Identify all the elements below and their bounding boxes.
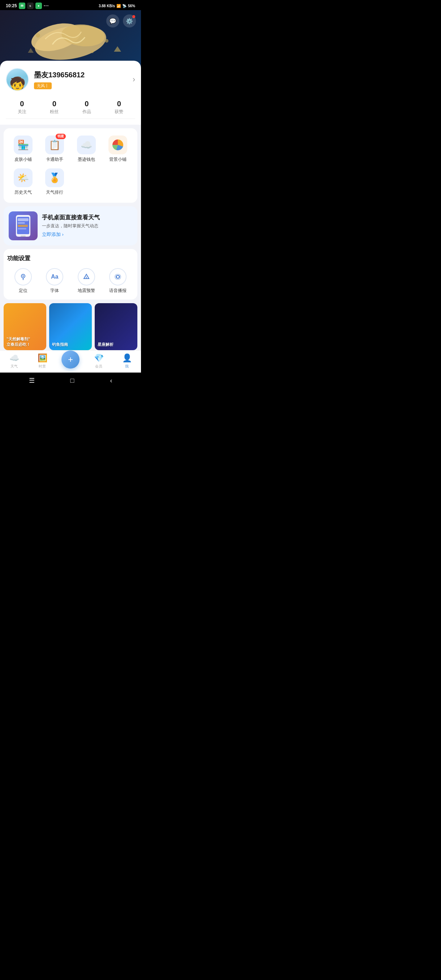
func-earthquake[interactable]: 地震预警 <box>70 268 102 294</box>
wifi-icon: 📡 <box>122 4 126 8</box>
cartoon-assistant-icon-wrap: 📋 明星 <box>45 135 64 154</box>
fans-count: 0 <box>50 100 59 108</box>
bg-shop-icon-wrap <box>108 135 127 154</box>
profile-arrow[interactable]: › <box>133 75 135 84</box>
settings-button[interactable]: ⚙️ <box>123 14 136 27</box>
menu-skin-shop[interactable]: 🏪 皮肤小铺 <box>7 135 39 162</box>
me-nav-label: 我 <box>125 364 129 369</box>
scenes-nav-label: 时景 <box>39 364 46 369</box>
cartoon-assistant-icon: 📋 <box>49 140 60 151</box>
message-button[interactable]: 💬 <box>106 14 119 27</box>
svg-marker-6 <box>114 46 121 52</box>
location-label: 定位 <box>19 288 27 294</box>
nav-me[interactable]: 👤 我 <box>116 353 138 369</box>
nav-center[interactable]: + <box>60 354 81 369</box>
me-nav-icon: 👤 <box>122 353 132 363</box>
content-card-1[interactable]: "天然解毒剂"立春后必吃！ <box>4 303 46 350</box>
more-apps-icon: ··· <box>44 3 49 9</box>
content-card-2-bg: 钓鱼指南 <box>49 303 92 350</box>
svg-rect-13 <box>18 225 28 227</box>
status-bar: 10:25 ✉ S ● ··· 3.88 KB/s 📶 📡 56% <box>0 0 141 10</box>
func-location[interactable]: 定位 <box>7 268 39 294</box>
settings-btn-icon: ⚙️ <box>126 18 133 25</box>
nav-center-button[interactable]: + <box>62 350 80 369</box>
menu-weather-rank[interactable]: 🏅 天气排行 <box>39 169 71 196</box>
stat-likes[interactable]: 0 获赞 <box>115 100 123 115</box>
message-icon: ✉ <box>19 3 25 9</box>
promo-link[interactable]: 立即添加 › <box>42 231 132 238</box>
func-font[interactable]: Aa 字体 <box>39 268 71 294</box>
sys-back-btn[interactable]: ‹ <box>110 377 112 385</box>
battery: 56% <box>128 4 135 8</box>
promo-title: 手机桌面直接查看天气 <box>42 214 132 221</box>
nav-vip[interactable]: 💎 会员 <box>88 353 110 369</box>
promo-link-text: 立即添加 › <box>42 231 64 238</box>
sys-menu-btn[interactable]: ☰ <box>29 377 35 385</box>
content-cards-row: "天然解毒剂"立春后必吃！ 钓鱼指南 星座解析 <box>4 303 137 350</box>
menu-cartoon-assistant[interactable]: 📋 明星 卡通助手 <box>39 135 71 162</box>
weather-rank-icon: 🏅 <box>49 172 60 184</box>
profile-header: 🧒 墨友139656812 无风丨 › <box>6 68 135 91</box>
function-settings: 功能设置 定位 Aa 字体 <box>4 249 137 299</box>
system-nav-bar: ☰ □ ‹ <box>0 372 141 388</box>
wallet-icon-wrap: ☁️ <box>77 135 96 154</box>
earthquake-icon <box>78 268 95 285</box>
svg-point-3 <box>36 33 40 38</box>
following-count: 0 <box>18 100 26 108</box>
font-label: 字体 <box>50 288 59 294</box>
signal-icon: 📶 <box>116 4 121 8</box>
bg-shop-label: 背景小铺 <box>109 156 126 162</box>
content-card-2[interactable]: 钓鱼指南 <box>49 303 92 350</box>
avatar[interactable]: 🧒 <box>6 68 29 91</box>
network-speed: 3.88 KB/s <box>99 4 115 8</box>
history-weather-icon-wrap: 🌤️ <box>14 169 33 187</box>
stat-fans[interactable]: 0 粉丝 <box>50 100 59 115</box>
promo-banner[interactable]: 手机桌面直接查看天气 一步直达，随时掌握天气动态 立即添加 › <box>4 206 137 245</box>
svg-point-16 <box>22 275 24 277</box>
status-right: 3.88 KB/s 📶 📡 56% <box>99 4 135 8</box>
cartoon-badge: 明星 <box>56 134 66 139</box>
voice-icon <box>109 268 126 285</box>
stats-row: 0 关注 0 粉丝 0 作品 0 获赞 <box>6 96 135 119</box>
history-weather-icon: 🌤️ <box>18 172 29 184</box>
cartoon-assistant-label: 卡通助手 <box>46 156 63 162</box>
status-left: 10:25 ✉ S ● ··· <box>6 3 49 9</box>
scenes-nav-icon: 🖼️ <box>38 353 47 363</box>
sys-home-btn[interactable]: □ <box>70 377 75 385</box>
svg-rect-10 <box>21 235 25 237</box>
vip-nav-icon: 💎 <box>94 353 104 363</box>
font-icon: Aa <box>46 268 63 285</box>
stat-following[interactable]: 0 关注 <box>18 100 26 115</box>
svg-point-4 <box>105 39 108 43</box>
content-card-3-text: 星座解析 <box>97 342 113 347</box>
nav-scenes[interactable]: 🖼️ 时景 <box>32 353 53 369</box>
menu-card: 🏪 皮肤小铺 📋 明星 卡通助手 ☁️ 墨迹钱包 <box>4 128 137 203</box>
weather-rank-icon-wrap: 🏅 <box>45 169 64 187</box>
svg-rect-14 <box>18 228 26 229</box>
settings-notification-dot <box>132 15 135 18</box>
likes-count: 0 <box>115 100 123 108</box>
func-voice[interactable]: 语音播报 <box>102 268 134 294</box>
content-card-1-bg: "天然解毒剂"立春后必吃！ <box>4 303 46 350</box>
svg-point-5 <box>91 50 94 53</box>
works-label: 作品 <box>83 109 91 115</box>
voice-label: 语音播报 <box>109 288 126 294</box>
history-weather-label: 历史天气 <box>14 189 32 196</box>
wallet-label: 墨迹钱包 <box>78 156 95 162</box>
stat-works[interactable]: 0 作品 <box>83 100 91 115</box>
earthquake-label: 地震预警 <box>78 288 95 294</box>
content-card-3[interactable]: 星座解析 <box>95 303 137 350</box>
menu-grid: 🏪 皮肤小铺 📋 明星 卡通助手 ☁️ 墨迹钱包 <box>7 135 134 196</box>
promo-image <box>9 212 38 240</box>
svg-rect-11 <box>18 218 29 221</box>
profile-name: 墨友139656812 <box>34 70 127 80</box>
nav-weather[interactable]: ☁️ 天气 <box>3 353 25 369</box>
green-app-icon: ● <box>35 3 42 9</box>
skin-shop-label: 皮肤小铺 <box>14 156 32 162</box>
hero-banner: 💬 ⚙️ <box>0 10 141 68</box>
menu-bg-shop[interactable]: 背景小铺 <box>102 135 134 162</box>
soul-icon: S <box>27 3 33 9</box>
nav-center-icon: + <box>68 355 73 364</box>
menu-wallet[interactable]: ☁️ 墨迹钱包 <box>70 135 102 162</box>
menu-history-weather[interactable]: 🌤️ 历史天气 <box>7 169 39 196</box>
